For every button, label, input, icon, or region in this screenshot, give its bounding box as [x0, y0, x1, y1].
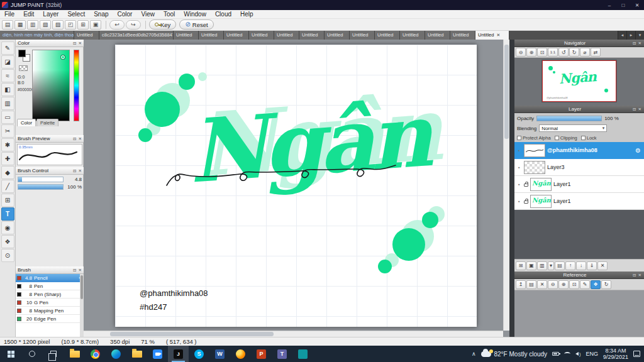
export-button[interactable]: ▨ [52, 20, 64, 30]
brush-item-g-pen[interactable]: 10 G Pen [16, 299, 84, 307]
document-tab-active[interactable]: Untitled ✕ [475, 31, 509, 40]
dock-icon[interactable]: ⊡ [633, 273, 636, 278]
tab-scroll-right-button[interactable]: ▸ [626, 31, 635, 40]
taskbar-word[interactable]: W [209, 346, 230, 362]
minimize-button[interactable]: – [602, 0, 616, 10]
document-tab[interactable]: Untitled [425, 31, 450, 40]
save-as-button[interactable]: ▧ [40, 20, 51, 30]
brush-item-pen-sharp[interactable]: 8 Pen (Sharp) [16, 290, 84, 299]
menu-item-select[interactable]: Select [63, 10, 89, 19]
close-panel-icon[interactable]: ✕ [638, 41, 641, 46]
add-layer-button[interactable]: ⊞ [516, 261, 526, 270]
zoom-out-button[interactable]: ⊖ [548, 280, 558, 289]
move-layer-down-button[interactable]: ↓ [576, 261, 586, 270]
move-tool[interactable]: ✚ [1, 152, 14, 165]
close-panel-icon[interactable]: ✕ [638, 107, 641, 112]
layer-material-button[interactable]: ▥ [537, 261, 547, 270]
tab-scroll-left-button[interactable]: ◂ [618, 31, 626, 40]
undo-button[interactable]: ↩ [109, 20, 125, 30]
layer-visibility-icon[interactable]: ● [516, 165, 522, 169]
canvas-horizontal-scrollbar[interactable] [84, 331, 503, 337]
magic-wand-tool[interactable]: ✱ [1, 138, 14, 151]
close-panel-icon[interactable]: ✕ [79, 268, 82, 273]
select-tool[interactable]: ▭ [1, 111, 14, 124]
navigator-thumbnail[interactable]: Ngân @phamthikimha08 [542, 60, 616, 102]
zoom-tool[interactable]: ⊙ [1, 249, 14, 262]
fit-button[interactable]: ⊡ [569, 280, 579, 289]
opacity-slider[interactable] [536, 116, 602, 121]
menu-item-tool[interactable]: Tool [159, 10, 179, 19]
clear-image-button[interactable]: ✕ [537, 280, 547, 289]
wifi-icon[interactable] [564, 352, 570, 356]
divide-tool[interactable]: ⊞ [1, 194, 14, 207]
menu-item-cloud[interactable]: Cloud [211, 10, 236, 19]
layer-visibility-icon[interactable]: ● [516, 148, 522, 152]
taskbar-skype[interactable]: S [189, 346, 209, 362]
document-tab[interactable]: Untitled [174, 31, 199, 40]
canvas-vertical-scrollbar[interactable] [503, 40, 509, 331]
taskbar-powerpoint[interactable]: P [251, 346, 272, 362]
hand-mode-button[interactable]: ❖ [591, 280, 601, 289]
search-button[interactable] [21, 346, 43, 362]
brush-item-pencil[interactable]: 4.8 Pencil ✦ [16, 274, 84, 282]
taskbar-clock[interactable]: 8:34 AM 9/29/2021 [603, 348, 628, 360]
merge-layer-button[interactable]: ⇓ [587, 261, 597, 270]
palette-tab[interactable]: Palette [36, 119, 58, 126]
lock-icon[interactable] [524, 184, 528, 187]
taskbar-chrome[interactable] [85, 346, 106, 362]
layer-visibility-icon[interactable]: ● [516, 199, 522, 203]
dock-icon[interactable]: ⊡ [73, 41, 76, 46]
brush-size-slider[interactable] [18, 177, 64, 182]
taskbar-teal-app[interactable] [292, 346, 313, 362]
document-tab[interactable]: Untitled [375, 31, 400, 40]
document-tab[interactable]: diện, hình nền máy tính, điện thoại.jpg [0, 31, 74, 40]
tray-expand-icon[interactable]: ∧ [472, 351, 476, 357]
taskbar-edge[interactable] [106, 346, 126, 362]
open-image-button[interactable]: ▤ [526, 280, 536, 289]
smudge-tool[interactable]: ≈ [1, 69, 14, 82]
taskbar-file-explorer[interactable] [64, 346, 85, 362]
task-view-button[interactable] [43, 346, 64, 362]
text-tool[interactable]: T [1, 207, 14, 221]
eraser-tool[interactable]: ◪ [1, 55, 14, 69]
shape-tool[interactable]: ◆ [1, 166, 14, 179]
weather-widget[interactable]: 82°F Mostly cloudy [481, 351, 548, 358]
tab-list-button[interactable]: ▾ [635, 31, 644, 40]
close-button[interactable]: ✕ [630, 0, 644, 10]
taskbar-folder[interactable] [126, 346, 147, 362]
battery-icon[interactable] [552, 352, 559, 356]
menu-item-view[interactable]: View [136, 10, 159, 19]
brush-item-edge-pen[interactable]: 20 Edge Pen [16, 315, 84, 323]
add-folder-button[interactable]: ▤ [555, 261, 565, 270]
save-button[interactable]: ▥ [27, 20, 38, 30]
layer-row-selected[interactable]: ● @phamthikimha08 ⚙ [514, 142, 644, 159]
document-tab[interactable]: Untitled [325, 31, 350, 40]
document-tab[interactable]: Untitled [224, 31, 249, 40]
material-button[interactable]: ▣ [90, 20, 101, 30]
document-tab[interactable]: Untitled [400, 31, 425, 40]
protect-alpha-checkbox[interactable] [517, 136, 521, 140]
menu-item-file[interactable]: File [0, 10, 19, 19]
layer-settings-icon[interactable]: ⚙ [635, 147, 641, 154]
saturation-value-box[interactable] [32, 50, 70, 121]
layer-visibility-icon[interactable]: ● [516, 182, 522, 186]
reset-view-button[interactable]: ⌀ [580, 48, 590, 57]
layer-row[interactable]: ● Ngân Layer1 [514, 176, 644, 193]
document-tab[interactable]: Untitled [74, 31, 99, 40]
menu-item-window[interactable]: Window [179, 10, 211, 19]
language-indicator[interactable]: ENG [586, 351, 598, 357]
zoom-in-button[interactable]: ⊕ [558, 280, 569, 289]
layer-row[interactable]: ● Layer3 [514, 159, 644, 176]
start-button[interactable] [0, 346, 21, 362]
reset-button[interactable]: ⊘ Reset [179, 19, 213, 30]
hue-bar[interactable] [74, 50, 79, 121]
close-panel-icon[interactable]: ✕ [79, 136, 82, 141]
rotate-right-button[interactable]: ↻ [569, 48, 579, 57]
redo-button[interactable]: ↪ [126, 20, 141, 30]
document-tab[interactable]: Untitled [299, 31, 325, 40]
document-tab[interactable]: Untitled [249, 31, 274, 40]
zoom-out-button[interactable]: ⊖ [516, 48, 526, 57]
draw-mode-button[interactable]: ✎ [580, 280, 590, 289]
lock-icon[interactable] [524, 200, 528, 204]
grid-button[interactable]: ⊞ [77, 20, 89, 30]
